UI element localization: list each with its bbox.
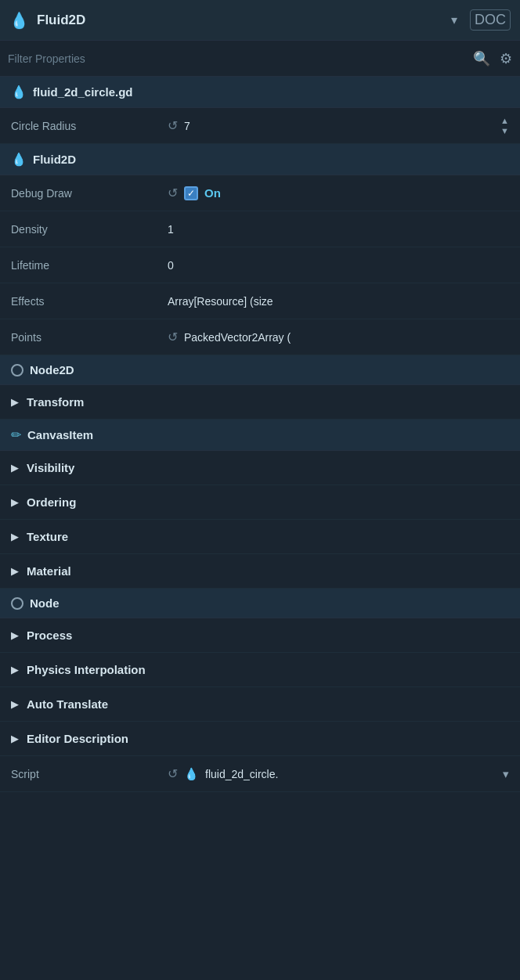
script-reset-icon[interactable]: ↺ [168, 766, 178, 781]
script-section-header: 💧 fluid_2d_circle.gd [0, 77, 520, 108]
canvas-item-icon: ✏ [11, 427, 21, 442]
fluid2d-section-header: 💧 Fluid2D [0, 144, 520, 175]
script-value[interactable]: fluid_2d_circle. [205, 768, 278, 780]
debug-draw-checkbox[interactable]: ✓ [184, 186, 198, 200]
points-value[interactable]: PackedVector2Array ( [184, 331, 291, 344]
texture-label: Texture [27, 530, 68, 543]
ordering-chevron-icon: ▶ [11, 496, 19, 508]
node2d-circle-icon [11, 364, 23, 377]
transform-label: Transform [27, 395, 84, 409]
material-label: Material [27, 564, 71, 578]
script-section-title: fluid_2d_circle.gd [33, 85, 133, 99]
debug-draw-row: Debug Draw ↺ ✓ On [0, 175, 520, 211]
density-label: Density [11, 223, 168, 236]
lifetime-row: Lifetime 0 [0, 247, 520, 283]
auto-translate-chevron-icon: ▶ [11, 698, 19, 710]
visibility-group-row[interactable]: ▶ Visibility [0, 451, 520, 485]
transform-group-row[interactable]: ▶ Transform [0, 385, 520, 420]
visibility-chevron-icon: ▶ [11, 462, 19, 474]
points-reset-icon[interactable]: ↺ [168, 330, 178, 344]
ordering-group-row[interactable]: ▶ Ordering [0, 485, 520, 520]
node-section-title: Node [30, 596, 60, 610]
doc-button[interactable]: DOC [470, 9, 511, 31]
debug-draw-controls: ↺ ✓ On [168, 186, 509, 200]
fluid2d-icon: 💧 [9, 11, 29, 30]
points-row: Points ↺ PackedVector2Array ( [0, 319, 520, 355]
script-label: Script [11, 768, 168, 780]
material-chevron-icon: ▶ [11, 565, 19, 577]
script-fluid-icon: 💧 [184, 767, 199, 781]
search-icon[interactable]: 🔍 [473, 50, 490, 67]
process-chevron-icon: ▶ [11, 629, 19, 641]
canvas-item-section-header: ✏ CanvasItem [0, 420, 520, 451]
effects-row: Effects Array[Resource] (size [0, 283, 520, 319]
editor-description-group-row[interactable]: ▶ Editor Description [0, 722, 520, 756]
points-label: Points [11, 331, 168, 344]
sliders-icon[interactable]: ⚙ [500, 50, 512, 67]
canvas-item-title: CanvasItem [27, 428, 93, 441]
script-fluid-icon: 💧 [11, 85, 27, 99]
filter-properties-label: Filter Properties [8, 52, 473, 65]
density-value: 1 [168, 223, 174, 236]
script-chevron-icon[interactable]: ▾ [503, 767, 509, 781]
editor-description-chevron-icon: ▶ [11, 733, 19, 744]
script-row: Script ↺ 💧 fluid_2d_circle. ▾ [0, 756, 520, 792]
lifetime-value: 0 [168, 259, 174, 272]
circle-radius-reset-icon[interactable]: ↺ [168, 118, 178, 133]
circle-radius-value: 7 [184, 120, 190, 132]
visibility-label: Visibility [27, 461, 74, 474]
circle-radius-controls: ↺ 7 [168, 118, 500, 133]
top-bar: 💧 Fluid2D ▾ DOC [0, 0, 520, 41]
circle-radius-spinner[interactable]: ▲ ▼ [500, 116, 509, 135]
chevron-down-icon[interactable]: ▾ [451, 13, 457, 27]
transform-chevron-icon: ▶ [11, 396, 19, 408]
debug-draw-reset-icon[interactable]: ↺ [168, 186, 178, 200]
editor-description-label: Editor Description [27, 732, 128, 745]
density-controls: 1 [168, 223, 509, 236]
material-group-row[interactable]: ▶ Material [0, 554, 520, 589]
auto-translate-label: Auto Translate [27, 697, 108, 711]
effects-label: Effects [11, 295, 168, 308]
density-row: Density 1 [0, 211, 520, 247]
node-section-header: Node [0, 589, 520, 618]
script-controls: ↺ 💧 fluid_2d_circle. ▾ [168, 766, 509, 781]
circle-radius-label: Circle Radius [11, 120, 168, 132]
physics-interpolation-label: Physics Interpolation [27, 663, 146, 676]
top-bar-title: Fluid2D [37, 13, 451, 28]
physics-interpolation-group-row[interactable]: ▶ Physics Interpolation [0, 653, 520, 687]
node-circle-icon [11, 597, 23, 610]
process-label: Process [27, 629, 72, 642]
node2d-section-title: Node2D [30, 363, 74, 377]
debug-draw-label: Debug Draw [11, 187, 168, 200]
debug-draw-on-label: On [204, 186, 221, 200]
process-group-row[interactable]: ▶ Process [0, 618, 520, 653]
debug-draw-checkbox-group: ✓ On [184, 186, 221, 200]
physics-chevron-icon: ▶ [11, 664, 19, 676]
lifetime-label: Lifetime [11, 259, 168, 272]
circle-radius-row: Circle Radius ↺ 7 ▲ ▼ [0, 108, 520, 144]
texture-group-row[interactable]: ▶ Texture [0, 520, 520, 554]
filter-bar: Filter Properties 🔍 ⚙ [0, 41, 520, 77]
effects-value[interactable]: Array[Resource] (size [168, 295, 273, 308]
fluid2d-section-icon: 💧 [11, 152, 27, 167]
effects-controls: Array[Resource] (size [168, 295, 509, 308]
fluid2d-section-title: Fluid2D [33, 153, 76, 166]
auto-translate-group-row[interactable]: ▶ Auto Translate [0, 687, 520, 722]
ordering-label: Ordering [27, 495, 76, 509]
lifetime-controls: 0 [168, 259, 509, 272]
node2d-section-header: Node2D [0, 355, 520, 385]
texture-chevron-icon: ▶ [11, 531, 19, 542]
points-controls: ↺ PackedVector2Array ( [168, 330, 509, 344]
